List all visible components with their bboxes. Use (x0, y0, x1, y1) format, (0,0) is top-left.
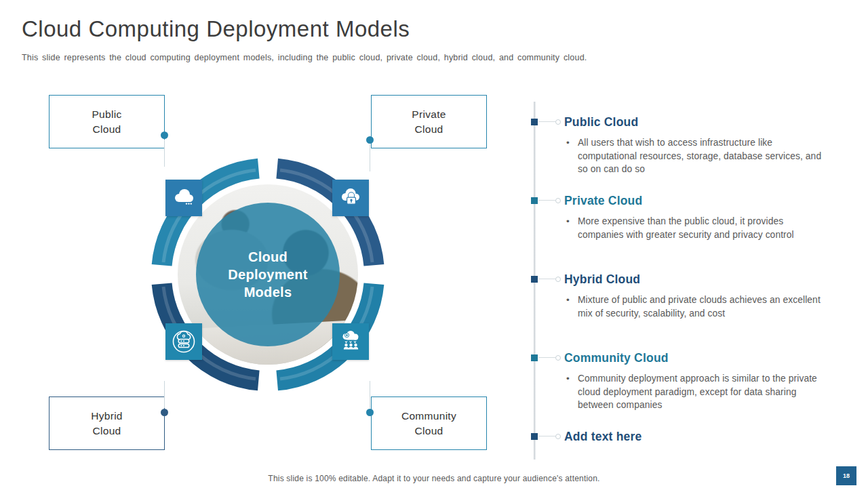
timeline-item-hybrid-cloud: Hybrid Cloud Mixture of public and priva… (529, 272, 837, 320)
timeline-marker-square (531, 119, 538, 125)
timeline-bullets: All users that wish to access infrastruc… (566, 136, 837, 176)
timeline-marker-square (531, 197, 538, 204)
private-cloud-box-label: Private Cloud (412, 107, 446, 137)
timeline-bullets: Community deployment approach is similar… (566, 372, 837, 412)
public-cloud-box-label: Public Cloud (92, 107, 121, 137)
timeline-item-public-cloud: Public Cloud All users that wish to acce… (529, 115, 837, 176)
footer-note: This slide is 100% editable. Adapt it to… (0, 474, 868, 483)
timeline: Public Cloud All users that wish to acce… (529, 102, 841, 468)
community-cloud-users-icon (332, 323, 369, 360)
connector-dot-public (161, 131, 168, 139)
timeline-heading: Community Cloud (564, 350, 837, 365)
page-number: 18 (843, 472, 850, 479)
timeline-connector-circle (555, 355, 561, 361)
center-label: Cloud Deployment Models (228, 248, 307, 301)
timeline-heading: Hybrid Cloud (564, 272, 837, 287)
bullet-item: More expensive than the public cloud, it… (566, 215, 837, 241)
bullet-item: All users that wish to access infrastruc… (566, 136, 837, 176)
timeline-connector-line (538, 279, 555, 279)
timeline-bullets: Mixture of public and private clouds ach… (566, 293, 837, 320)
slide: Cloud Computing Deployment Models This s… (0, 0, 868, 488)
timeline-connector-line (538, 436, 555, 436)
timeline-item-private-cloud: Private Cloud More expensive than the pu… (529, 193, 837, 241)
timeline-heading: Public Cloud (564, 115, 837, 129)
timeline-connector-line (538, 357, 555, 358)
timeline-item-add-text: Add text here (529, 429, 837, 444)
timeline-connector-circle (555, 434, 561, 439)
public-cloud-icon (165, 180, 202, 216)
bullet-item: Community deployment approach is similar… (566, 372, 837, 412)
community-cloud-box-label: Community Cloud (401, 409, 456, 439)
center-overlay: Cloud Deployment Models (196, 203, 340, 346)
timeline-connector-line (538, 200, 555, 201)
timeline-bullets: More expensive than the public cloud, it… (566, 215, 837, 241)
timeline-connector-circle (555, 119, 561, 125)
page-number-badge: 18 (836, 466, 856, 485)
timeline-connector-circle (555, 277, 561, 282)
timeline-heading: Private Cloud (564, 193, 837, 208)
timeline-connector-line (538, 121, 555, 122)
cloud-dots-glyph (170, 184, 197, 211)
timeline-marker-square (531, 276, 538, 283)
cloud-server-glyph (170, 328, 197, 355)
private-cloud-lock-icon (332, 180, 369, 216)
bullet-item: Mixture of public and private clouds ach… (566, 293, 837, 320)
cloud-lock-glyph (337, 184, 364, 211)
timeline-marker-square (531, 354, 538, 361)
timeline-heading: Add text here (564, 429, 837, 444)
cloud-users-glyph (337, 328, 364, 355)
timeline-connector-circle (555, 198, 561, 203)
hybrid-cloud-box-label: Hybrid Cloud (91, 409, 123, 439)
hybrid-cloud-server-icon (165, 323, 202, 360)
timeline-item-community-cloud: Community Cloud Community deployment app… (529, 350, 837, 412)
slide-subtitle: This slide represents the cloud computin… (22, 53, 605, 62)
page-title: Cloud Computing Deployment Models (22, 16, 410, 42)
timeline-marker-square (531, 433, 538, 440)
